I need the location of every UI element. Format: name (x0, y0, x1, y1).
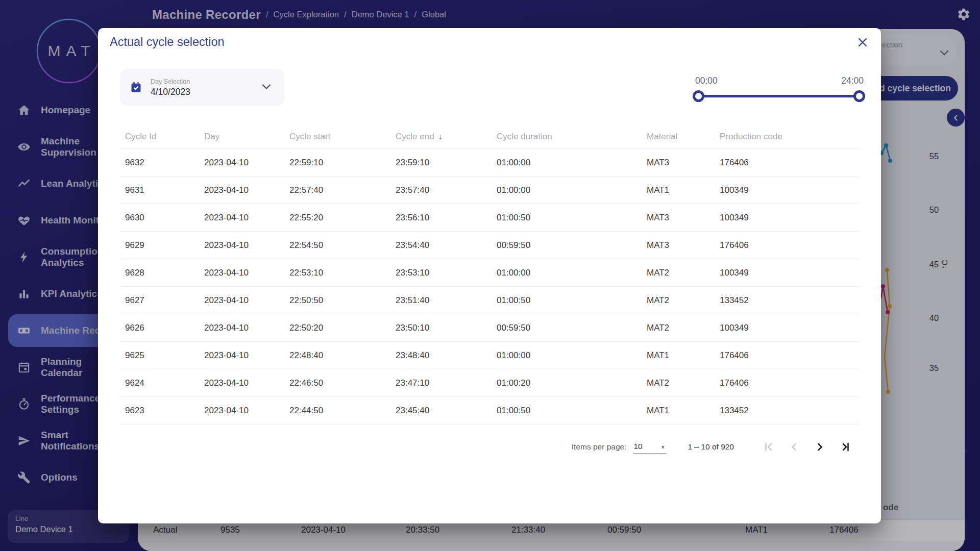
table-cell: 100349 (715, 213, 859, 223)
last-page-button[interactable] (839, 441, 851, 453)
first-page-button[interactable] (763, 441, 775, 453)
table-row[interactable]: 96232023-04-1022:44:5023:45:4001:00:50MA… (120, 396, 859, 424)
table-cell: 9625 (120, 350, 199, 361)
table-cell: 2023-04-10 (199, 158, 284, 168)
table-cell: 01:00:50 (492, 406, 642, 416)
slider-track[interactable] (698, 95, 860, 97)
table-cell: 2023-04-10 (199, 213, 284, 223)
day-selection-field[interactable]: Day Selection 4/10/2023 (120, 69, 284, 106)
day-selection-label: Day Selection (151, 78, 190, 85)
table-cell: 23:53:10 (390, 268, 492, 278)
table-cell: 22:44:50 (284, 406, 390, 416)
table-row[interactable]: 96292023-04-1022:54:5023:54:4000:59:50MA… (120, 231, 859, 259)
table-cell: 133452 (715, 406, 859, 416)
slider-handle-end[interactable] (853, 90, 865, 102)
column-header[interactable]: Material (642, 132, 715, 142)
table-cell: MAT1 (642, 350, 715, 361)
table-cell: 22:55:20 (284, 213, 390, 223)
table-cell: 22:50:50 (284, 295, 390, 306)
slider-handle-start[interactable] (693, 90, 704, 102)
table-cell: 00:59:50 (492, 323, 642, 333)
table-cell: 176406 (715, 350, 859, 361)
table-cell: 00:59:50 (492, 240, 642, 251)
table-row[interactable]: 96322023-04-1022:59:1023:59:1001:00:00MA… (120, 148, 859, 176)
pagination-bar: Items per page: 10 ▾ 1 – 10 of 920 (572, 436, 851, 458)
table-row[interactable]: 96272023-04-1022:50:5023:51:4001:00:50MA… (120, 286, 859, 314)
sort-desc-icon: ↓ (438, 132, 443, 141)
slider-end-label: 24:00 (841, 76, 864, 86)
table-cell: 22:54:50 (284, 240, 390, 251)
table-row[interactable]: 96242023-04-1022:46:5023:47:1001:00:20MA… (120, 369, 859, 396)
table-cell: MAT3 (642, 213, 715, 223)
table-cell: 2023-04-10 (199, 295, 284, 306)
cycles-table: Cycle Id Day Cycle start Cycle end↓ Cycl… (120, 125, 859, 424)
table-cell: MAT2 (642, 268, 715, 278)
table-cell: 23:48:40 (390, 350, 492, 361)
previous-page-button[interactable] (788, 441, 800, 453)
table-cell: 2023-04-10 (199, 350, 284, 361)
table-cell: 22:46:50 (284, 378, 390, 388)
divider (120, 424, 859, 424)
table-cell: 100349 (715, 268, 859, 278)
close-icon[interactable] (856, 36, 869, 48)
table-cell: 2023-04-10 (199, 185, 284, 195)
table-cell: 23:54:40 (390, 240, 492, 251)
table-cell: 01:00:00 (492, 185, 642, 195)
table-cell: 176406 (715, 240, 859, 251)
table-cell: 22:50:20 (284, 323, 390, 333)
time-range-slider: 00:00 24:00 (698, 76, 860, 106)
table-cell: 23:59:10 (390, 158, 492, 168)
table-cell: 23:47:10 (390, 378, 492, 388)
table-cell: MAT3 (642, 158, 715, 168)
caret-down-icon: ▾ (662, 444, 665, 450)
table-cell: 100349 (715, 323, 859, 333)
column-header[interactable]: Cycle Id (120, 132, 199, 142)
table-cell: 9626 (120, 323, 199, 333)
table-row[interactable]: 96252023-04-1022:48:4023:48:4001:00:00MA… (120, 341, 859, 369)
table-header-row: Cycle Id Day Cycle start Cycle end↓ Cycl… (120, 125, 859, 148)
slider-start-label: 00:00 (695, 76, 718, 86)
items-per-page-select[interactable]: 10 ▾ (633, 441, 667, 454)
table-cell: 23:51:40 (390, 295, 492, 306)
table-cell: 9631 (120, 185, 199, 195)
table-cell: 01:00:00 (492, 350, 642, 361)
table-cell: 9628 (120, 268, 199, 278)
table-row[interactable]: 96312023-04-1022:57:4023:57:4001:00:00MA… (120, 176, 859, 204)
table-cell: 23:50:10 (390, 323, 492, 333)
pagination-range-label: 1 – 10 of 920 (688, 442, 734, 452)
column-header[interactable]: Day (199, 132, 284, 142)
table-row[interactable]: 96262023-04-1022:50:2023:50:1000:59:50MA… (120, 314, 859, 341)
table-cell: 100349 (715, 185, 859, 195)
table-cell: MAT2 (642, 323, 715, 333)
table-cell: 22:53:10 (284, 268, 390, 278)
column-header[interactable]: Production code (715, 132, 859, 142)
table-cell: 01:00:50 (492, 213, 642, 223)
table-row[interactable]: 96282023-04-1022:53:1023:53:1001:00:00MA… (120, 259, 859, 286)
table-cell: 2023-04-10 (199, 240, 284, 251)
column-header[interactable]: Cycle start (284, 132, 390, 142)
app-window: Machine Recorder / Cycle Exploration / D… (0, 0, 980, 551)
table-cell: 133452 (715, 295, 859, 306)
table-cell: MAT1 (642, 185, 715, 195)
table-row[interactable]: 96302023-04-1022:55:2023:56:1001:00:50MA… (120, 204, 859, 231)
table-cell: MAT2 (642, 378, 715, 388)
chevron-down-icon (262, 84, 271, 90)
table-cell: 9624 (120, 378, 199, 388)
table-cell: MAT2 (642, 295, 715, 306)
items-per-page-label: Items per page: (572, 442, 627, 452)
column-header-sorted[interactable]: Cycle end↓ (390, 132, 492, 142)
calendar-check-icon (129, 81, 143, 94)
table-cell: 9632 (120, 158, 199, 168)
table-cell: 01:00:00 (492, 268, 642, 278)
table-cell: MAT1 (642, 406, 715, 416)
table-cell: 9629 (120, 240, 199, 251)
column-header[interactable]: Cycle duration (492, 132, 642, 142)
table-cell: 01:00:20 (492, 378, 642, 388)
next-page-button[interactable] (814, 441, 826, 453)
table-cell: 01:00:50 (492, 295, 642, 306)
table-cell: 23:57:40 (390, 185, 492, 195)
table-cell: 23:45:40 (390, 406, 492, 416)
table-cell: 2023-04-10 (199, 406, 284, 416)
table-cell: 01:00:00 (492, 158, 642, 168)
table-cell: 2023-04-10 (199, 323, 284, 333)
